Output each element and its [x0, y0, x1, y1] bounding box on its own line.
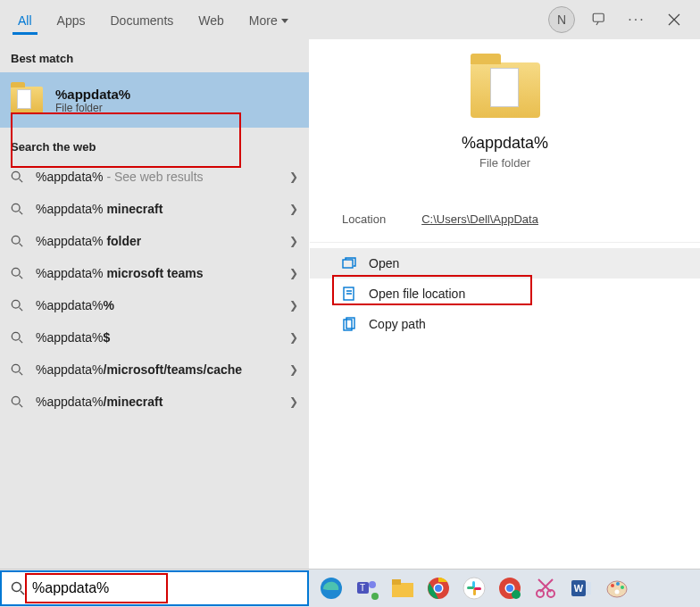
- web-result-text: %appdata% - See web results: [36, 170, 279, 184]
- chevron-right-icon: ❯: [289, 331, 298, 344]
- teams-icon[interactable]: T: [354, 575, 380, 602]
- tabset: All Apps Documents Web More: [7, 4, 299, 35]
- user-avatar[interactable]: N: [543, 0, 580, 39]
- feedback-icon[interactable]: [580, 0, 618, 39]
- chevron-down-icon: [281, 19, 288, 23]
- action-open-location-label: Open file location: [369, 287, 465, 301]
- svg-point-41: [616, 582, 620, 586]
- web-result-text: %appdata%%: [36, 298, 279, 312]
- svg-point-33: [512, 590, 521, 599]
- web-result-item[interactable]: %appdata% - See web results❯: [0, 161, 309, 193]
- search-icon: [11, 331, 25, 344]
- svg-rect-27: [467, 586, 474, 589]
- tab-web[interactable]: Web: [188, 4, 235, 35]
- edge-icon[interactable]: [318, 575, 345, 602]
- tab-all[interactable]: All: [7, 4, 43, 35]
- chevron-right-icon: ❯: [289, 267, 298, 279]
- best-match-label: Best match: [0, 39, 309, 72]
- action-open-location[interactable]: Open file location: [310, 279, 700, 309]
- web-result-text: %appdata% folder: [36, 234, 279, 248]
- chevron-right-icon: ❯: [289, 299, 298, 312]
- web-result-item[interactable]: %appdata%%❯: [0, 289, 309, 321]
- svg-point-1: [12, 171, 20, 179]
- svg-rect-0: [593, 13, 604, 21]
- chevron-right-icon: ❯: [289, 395, 298, 408]
- web-result-text: %appdata% minecraft: [36, 202, 279, 216]
- svg-point-8: [12, 396, 20, 404]
- slack-icon[interactable]: [461, 575, 488, 602]
- svg-point-4: [12, 268, 20, 276]
- search-icon: [11, 267, 25, 279]
- snip-icon[interactable]: [532, 575, 559, 602]
- chevron-right-icon: ❯: [289, 170, 298, 183]
- location-label: Location: [342, 212, 386, 226]
- search-input[interactable]: [32, 580, 298, 596]
- folder-icon-large: [471, 62, 540, 118]
- tab-apps[interactable]: Apps: [46, 4, 96, 35]
- svg-point-40: [611, 584, 614, 587]
- tab-more[interactable]: More: [238, 4, 299, 35]
- open-icon: [342, 257, 356, 270]
- svg-point-18: [371, 593, 379, 600]
- svg-point-6: [12, 332, 20, 340]
- web-result-item[interactable]: %appdata% microsoft teams❯: [0, 257, 309, 289]
- svg-point-25: [463, 578, 485, 599]
- chrome-icon[interactable]: [425, 575, 452, 602]
- chevron-right-icon: ❯: [289, 203, 298, 215]
- search-icon: [11, 235, 25, 247]
- web-results-list: %appdata% - See web results❯%appdata% mi…: [0, 161, 309, 418]
- paint-icon[interactable]: [604, 575, 630, 602]
- web-result-text: %appdata%/microsoft/teams/cache: [36, 362, 279, 377]
- taskbar-icons: T W: [309, 575, 630, 602]
- search-window: All Apps Documents Web More N ··· Best m…: [0, 0, 700, 570]
- results-pane: Best match %appdata% File folder Search …: [0, 39, 309, 569]
- taskbar-search[interactable]: [0, 570, 309, 606]
- more-options-icon[interactable]: ···: [618, 0, 655, 39]
- action-open-label: Open: [369, 256, 399, 270]
- preview-title: %appdata%: [462, 134, 548, 153]
- action-copy-path-label: Copy path: [369, 317, 426, 331]
- preview-header: %appdata% File folder: [310, 39, 700, 170]
- avatar-circle: N: [548, 6, 575, 33]
- svg-point-17: [369, 581, 376, 588]
- taskbar: T W: [0, 570, 700, 607]
- preview-actions: Open Open file location Copy path: [310, 243, 700, 345]
- best-match-item[interactable]: %appdata% File folder: [0, 72, 309, 128]
- chrome-beta-icon[interactable]: [496, 575, 523, 602]
- svg-point-7: [12, 364, 20, 372]
- tab-bar: All Apps Documents Web More N ···: [0, 0, 700, 39]
- preview-meta: Location C:\Users\Dell\AppData: [310, 186, 700, 243]
- word-icon[interactable]: W: [568, 575, 595, 602]
- svg-point-43: [615, 590, 620, 595]
- copy-path-icon: [342, 317, 356, 331]
- svg-point-13: [12, 583, 21, 592]
- search-web-label: Search the web: [0, 128, 309, 161]
- svg-text:T: T: [360, 583, 365, 593]
- web-result-item[interactable]: %appdata% minecraft❯: [0, 193, 309, 225]
- chevron-right-icon: ❯: [289, 235, 298, 247]
- svg-rect-20: [392, 579, 401, 585]
- tab-documents[interactable]: Documents: [99, 4, 184, 35]
- folder-icon: [11, 87, 43, 113]
- svg-point-42: [621, 586, 624, 589]
- explorer-icon[interactable]: [389, 575, 416, 602]
- web-result-item[interactable]: %appdata% folder❯: [0, 225, 309, 257]
- action-copy-path[interactable]: Copy path: [310, 309, 700, 339]
- web-result-text: %appdata%$: [36, 330, 279, 345]
- web-result-item[interactable]: %appdata%/microsoft/teams/cache❯: [0, 353, 309, 386]
- best-match-title: %appdata%: [55, 87, 130, 102]
- svg-rect-29: [474, 587, 481, 590]
- svg-rect-19: [392, 583, 413, 597]
- close-icon[interactable]: [655, 0, 693, 39]
- action-open[interactable]: Open: [310, 248, 700, 279]
- web-result-text: %appdata% microsoft teams: [36, 266, 279, 280]
- web-result-item[interactable]: %appdata%$❯: [0, 321, 309, 353]
- chevron-right-icon: ❯: [289, 363, 298, 376]
- search-icon: [11, 363, 25, 376]
- web-result-text: %appdata%/minecraft: [36, 395, 279, 409]
- best-match-text: %appdata% File folder: [55, 87, 130, 114]
- web-result-item[interactable]: %appdata%/minecraft❯: [0, 386, 309, 418]
- search-icon: [11, 170, 25, 183]
- search-icon: [11, 203, 25, 215]
- location-link[interactable]: C:\Users\Dell\AppData: [421, 212, 538, 226]
